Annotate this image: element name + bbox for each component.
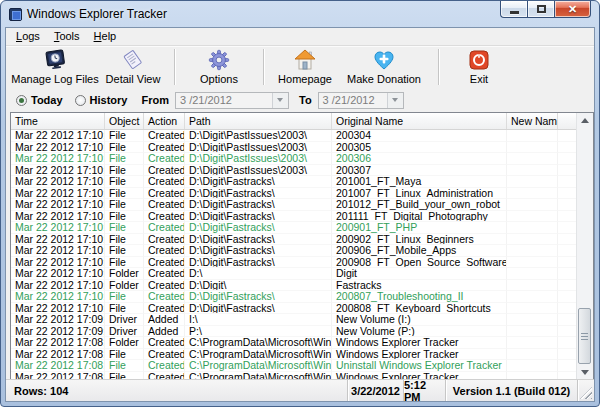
history-radio-label[interactable]: History <box>90 94 128 106</box>
column-header-time[interactable]: Time <box>11 113 105 129</box>
cell-time: Mar 22 2012 17:09:11 <box>11 326 105 338</box>
minimize-button[interactable] <box>500 1 527 18</box>
chevron-down-icon <box>392 98 398 102</box>
status-time-panel: 5:12 PM <box>404 380 446 401</box>
vertical-scrollbar[interactable] <box>576 113 593 380</box>
cell-path: D:\Digit\Fastracks\ <box>185 222 332 234</box>
scroll-up-button[interactable] <box>577 113 593 128</box>
options-button[interactable]: Options <box>183 47 255 87</box>
cell-path: D:\ <box>185 268 332 280</box>
toolbar-separator <box>263 49 264 85</box>
cell-action: Created <box>144 176 185 188</box>
menu-logs[interactable]: Logs <box>9 29 47 44</box>
table-row[interactable]: Mar 22 2012 17:09:12 Driver Added I:\ Ne… <box>11 314 576 326</box>
table-row[interactable]: Mar 22 2012 17:10:29 File Created D:\Dig… <box>11 245 576 257</box>
column-header-original-name[interactable]: Original Name <box>332 113 507 129</box>
cell-action: Created <box>144 142 185 154</box>
scroll-down-button[interactable] <box>577 365 593 380</box>
to-date-dropdown[interactable] <box>387 93 403 108</box>
homepage-button[interactable]: Homepage <box>272 47 338 87</box>
cell-filler <box>558 153 576 165</box>
column-header-object[interactable]: Object <box>105 113 144 129</box>
cell-path: D:\Digit\PastIssues\2003\ <box>185 130 332 142</box>
column-header-action[interactable]: Action <box>144 113 185 129</box>
cell-path: P:\ <box>185 326 332 338</box>
table-row[interactable]: Mar 22 2012 17:10:40 File Created D:\Dig… <box>11 130 576 142</box>
cell-new-name <box>507 291 558 303</box>
table-row[interactable]: Mar 22 2012 17:10:32 File Created D:\Dig… <box>11 199 576 211</box>
manage-log-files-button[interactable]: Manage Log Files <box>10 47 100 87</box>
column-header-new-name[interactable]: New Name <box>507 113 558 129</box>
cell-original-name: New Volume (P:) <box>332 326 507 338</box>
table-row[interactable]: Mar 22 2012 17:10:29 File Created D:\Dig… <box>11 234 576 246</box>
cell-object: File <box>105 360 144 372</box>
close-button[interactable]: ✕ <box>554 1 591 18</box>
cell-filler <box>558 360 576 372</box>
today-radio[interactable] <box>16 95 27 106</box>
cell-time: Mar 22 2012 17:09:12 <box>11 314 105 326</box>
scrollbar-thumb[interactable] <box>578 308 591 364</box>
table-row[interactable]: Mar 22 2012 17:10:32 File Created D:\Dig… <box>11 188 576 200</box>
table-row[interactable]: Mar 22 2012 17:10:26 File Created D:\Dig… <box>11 303 576 315</box>
cell-path: D:\Digit\Fastracks\ <box>185 176 332 188</box>
from-date-dropdown[interactable] <box>272 93 288 108</box>
cell-filler <box>558 188 576 200</box>
cell-action: Created <box>144 280 185 292</box>
menu-tools[interactable]: Tools <box>47 29 87 44</box>
toolbar-button-label: Make Donation <box>347 73 421 85</box>
cell-new-name <box>507 130 558 142</box>
table-row[interactable]: Mar 22 2012 17:10:26 Folder Created D:\D… <box>11 280 576 292</box>
maximize-button[interactable] <box>527 1 554 18</box>
table-row[interactable]: Mar 22 2012 17:10:26 Folder Created D:\ … <box>11 268 576 280</box>
table-row[interactable]: Mar 22 2012 17:10:29 File Created D:\Dig… <box>11 222 576 234</box>
cell-action: Created <box>144 360 185 372</box>
homepage-house-icon <box>293 48 317 72</box>
table-row[interactable]: Mar 22 2012 17:10:40 File Created D:\Dig… <box>11 153 576 165</box>
detail-view-button[interactable]: Detail View <box>100 47 166 87</box>
cell-original-name: 200902_FT_Linux_Beginners <box>332 234 507 246</box>
to-date-select[interactable]: 3 /21/2012 <box>318 92 404 109</box>
column-header-path[interactable]: Path <box>185 113 332 129</box>
table-row[interactable]: Mar 22 2012 17:10:40 File Created D:\Dig… <box>11 165 576 177</box>
cell-time: Mar 22 2012 17:08:44 <box>11 337 105 349</box>
cell-new-name <box>507 257 558 269</box>
table-row[interactable]: Mar 22 2012 17:10:32 File Created D:\Dig… <box>11 176 576 188</box>
table-row[interactable]: Mar 22 2012 17:10:29 File Created D:\Dig… <box>11 257 576 269</box>
history-radio[interactable] <box>75 95 86 106</box>
table-row[interactable]: Mar 22 2012 17:08:44 File Created C:\Pro… <box>11 349 576 361</box>
table-row[interactable]: Mar 22 2012 17:08:44 File Created C:\Pro… <box>11 360 576 372</box>
cell-time: Mar 22 2012 17:10:29 <box>11 245 105 257</box>
cell-time: Mar 22 2012 17:10:32 <box>11 188 105 200</box>
cell-filler <box>558 349 576 361</box>
filter-bar: Today History From 3 /21/2012 To 3 /21/2… <box>6 88 594 112</box>
cell-original-name: 201001_FT_Maya <box>332 176 507 188</box>
cell-object: File <box>105 211 144 223</box>
exit-button[interactable]: Exit <box>451 47 507 87</box>
cell-time: Mar 22 2012 17:10:29 <box>11 222 105 234</box>
status-date-panel: 3/22/2012 <box>348 380 404 401</box>
cell-time: Mar 22 2012 17:10:26 <box>11 291 105 303</box>
menu-help[interactable]: Help <box>87 29 124 44</box>
cell-path: D:\Digit\Fastracks\ <box>185 188 332 200</box>
cell-new-name <box>507 280 558 292</box>
table-row[interactable]: Mar 22 2012 17:08:44 Folder Created C:\P… <box>11 337 576 349</box>
cell-filler <box>558 314 576 326</box>
cell-time: Mar 22 2012 17:10:40 <box>11 142 105 154</box>
resize-grip[interactable] <box>580 387 592 399</box>
cell-original-name: 201111_FT_Digital_Photography <box>332 211 507 223</box>
cell-object: Driver <box>105 314 144 326</box>
cell-object: File <box>105 199 144 211</box>
table-row[interactable]: Mar 22 2012 17:10:32 File Created D:\Dig… <box>11 211 576 223</box>
make-donation-button[interactable]: Make Donation <box>338 47 430 87</box>
to-date-value: 3 /21/2012 <box>319 94 387 106</box>
table-row[interactable]: Mar 22 2012 17:10:40 File Created D:\Dig… <box>11 142 576 154</box>
cell-time: Mar 22 2012 17:10:32 <box>11 176 105 188</box>
cell-object: File <box>105 142 144 154</box>
cell-path: D:\Digit\PastIssues\2003\ <box>185 142 332 154</box>
table-row[interactable]: Mar 22 2012 17:09:11 Driver Added P:\ Ne… <box>11 326 576 338</box>
table-row[interactable]: Mar 22 2012 17:10:26 File Created D:\Dig… <box>11 291 576 303</box>
today-radio-label[interactable]: Today <box>31 94 63 106</box>
from-date-select[interactable]: 3 /21/2012 <box>175 92 289 109</box>
cell-action: Created <box>144 291 185 303</box>
status-time: 5:12 PM <box>404 379 445 403</box>
